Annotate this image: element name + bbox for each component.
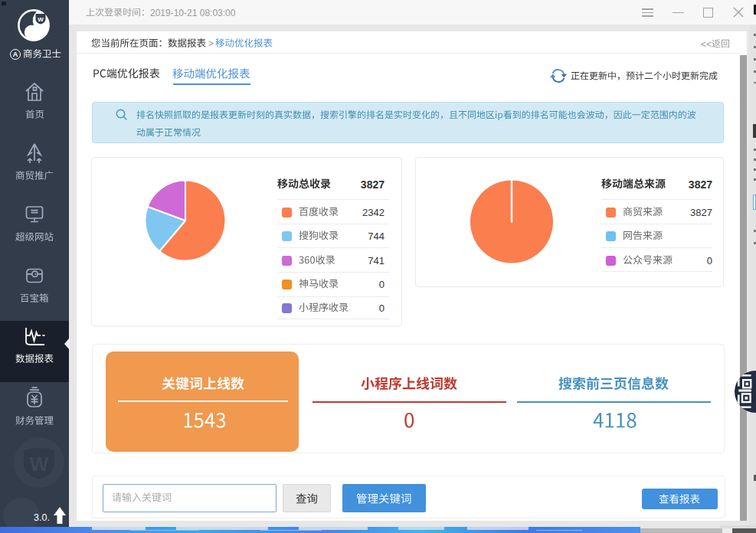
svg-text:W: W [30, 453, 49, 476]
svg-text:W: W [38, 16, 44, 23]
